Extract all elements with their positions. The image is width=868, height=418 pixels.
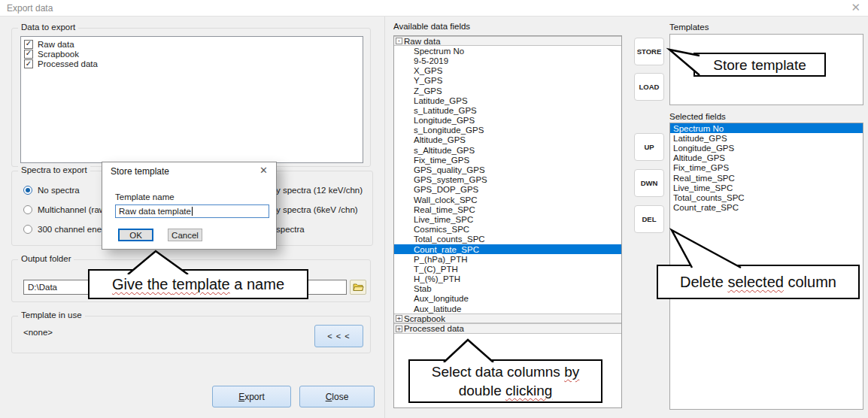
radio-icon[interactable]	[23, 205, 32, 214]
window-close-icon[interactable]: ✕	[851, 1, 860, 14]
store-button[interactable]: STORE	[634, 38, 664, 65]
checkbox-label: Raw data	[38, 40, 74, 49]
browse-folder-button[interactable]	[350, 280, 366, 295]
selected-field-item[interactable]: Count_rate_SPC	[670, 203, 863, 213]
load-button[interactable]: LOAD	[634, 73, 664, 101]
callout-text: Store template	[713, 56, 806, 74]
checkbox-icon[interactable]: ✓	[24, 40, 33, 49]
field-list-item[interactable]: Altitude_GPS	[394, 135, 621, 145]
recall-template-button[interactable]: < < <	[314, 325, 363, 347]
clipped-radio-labels: y spectra (12 keV/chn) y spectra (6keV /…	[276, 180, 363, 239]
selected-field-item[interactable]: Altitude_GPS	[670, 153, 863, 163]
field-list-item[interactable]: Spectrum No	[394, 46, 621, 56]
field-list-item[interactable]: GPS_system_GPS	[394, 175, 621, 185]
spectra-to-export-label: Spectra to export	[18, 165, 90, 174]
selected-field-item[interactable]: Real_time_SPC	[670, 173, 863, 183]
delete-column-callout: Delete selected column	[657, 265, 860, 299]
field-list-item[interactable]: - Raw data	[394, 36, 621, 46]
checkbox-icon[interactable]: ✓	[24, 50, 33, 59]
selected-field-item[interactable]: Live_time_SPC	[670, 183, 863, 192]
field-list-item[interactable]: Cosmics_SPC	[394, 225, 621, 235]
selected-field-label: Latitude_GPS	[673, 134, 727, 143]
template-name-label: Template name	[115, 192, 175, 201]
field-list-item[interactable]: P_(hPa)_PTH	[394, 254, 621, 264]
dialog-close-icon[interactable]: ✕	[259, 165, 268, 176]
field-list-item[interactable]: GPS_quality_GPS	[394, 165, 621, 174]
open-folder-icon	[353, 283, 364, 292]
field-list-item[interactable]: Count_rate_SPC	[394, 244, 621, 254]
selected-field-label: Live_time_SPC	[673, 183, 733, 192]
ok-button[interactable]: OK	[118, 229, 153, 241]
field-list-item[interactable]: Wall_clock_SPC	[394, 195, 621, 204]
titlebar: Export data ✕	[0, 0, 868, 17]
selected-field-item[interactable]: Total_counts_SPC	[670, 192, 863, 202]
field-label: GPS_quality_GPS	[414, 165, 485, 174]
field-label: Live_time_SPC	[414, 215, 473, 224]
field-list-item[interactable]: T_(C)_PTH	[394, 264, 621, 274]
field-list-item[interactable]: 9-5-2019	[394, 56, 621, 65]
selected-field-item[interactable]: Spectrum No	[670, 123, 863, 133]
field-list-item[interactable]: + Processed data	[394, 323, 621, 333]
checkbox-icon[interactable]: ✓	[24, 59, 33, 68]
templates-label: Templates	[669, 23, 709, 32]
export-data-window: Export data ✕ Data to export ✓ Raw data …	[0, 0, 868, 418]
field-label: Total_counts_SPC	[414, 235, 485, 244]
field-list-item[interactable]: + Scrapbook	[394, 314, 621, 323]
output-folder-path: D:\Data	[28, 283, 57, 292]
field-list-item[interactable]: Y_GPS	[394, 76, 621, 86]
field-list-item[interactable]: X_GPS	[394, 66, 621, 76]
field-list-item[interactable]: Aux_latitude	[394, 304, 621, 314]
field-label: Aux_latitude	[414, 304, 461, 314]
expand-collapse-icon[interactable]: +	[396, 326, 402, 332]
expand-collapse-icon[interactable]: +	[396, 315, 402, 322]
field-list-item[interactable]: s_Longitude_GPS	[394, 126, 621, 135]
callout-text-line2: double clicking	[459, 381, 553, 400]
field-list-item[interactable]: Total_counts_SPC	[394, 235, 621, 244]
delete-button[interactable]: DEL	[634, 205, 664, 233]
selected-field-item[interactable]: Fix_time_GPS	[670, 163, 863, 173]
down-button[interactable]: DWN	[634, 169, 664, 197]
selected-field-label: Real_time_SPC	[673, 174, 735, 183]
field-label: Scrapbook	[404, 314, 445, 323]
field-list-item[interactable]: Latitude_GPS	[394, 95, 621, 105]
field-list-item[interactable]: Longitude_GPS	[394, 116, 621, 126]
radio-icon[interactable]	[23, 186, 32, 195]
cancel-button[interactable]: Cancel	[168, 229, 202, 241]
field-list-item[interactable]: Z_GPS	[394, 86, 621, 95]
field-list-item[interactable]: Live_time_SPC	[394, 214, 621, 224]
callout-text-line1: Select data columns by	[432, 362, 579, 381]
close-button[interactable]: Close	[299, 386, 375, 407]
expand-collapse-icon[interactable]: -	[396, 38, 402, 44]
export-button[interactable]: Export	[212, 386, 291, 407]
selected-field-label: Count_rate_SPC	[673, 203, 739, 212]
field-list-item[interactable]: Fix_time_GPS	[394, 155, 621, 165]
selected-field-item[interactable]: Longitude_GPS	[670, 143, 863, 153]
field-list-item[interactable]: H_(%)_PTH	[394, 274, 621, 284]
field-list-item[interactable]: s_Latitude_GPS	[394, 105, 621, 115]
template-name-input[interactable]: Raw data template	[115, 204, 269, 218]
field-label: Fix_time_GPS	[414, 156, 469, 165]
up-button[interactable]: UP	[634, 133, 664, 161]
check-mark-icon: ✓	[26, 50, 32, 57]
template-in-use-value: <none>	[23, 328, 53, 337]
callout-text: Give the template a name	[112, 275, 284, 294]
selected-field-item[interactable]: Latitude_GPS	[670, 133, 863, 143]
checkbox-row[interactable]: ✓ Raw data	[24, 39, 360, 49]
field-label: P_(hPa)_PTH	[414, 255, 468, 264]
checkbox-row[interactable]: ✓ Scrapbook	[24, 49, 360, 59]
field-list-item[interactable]: s_Altitude_GPS	[394, 145, 621, 155]
checkbox-label: Scrapbook	[38, 50, 79, 59]
radio-icon[interactable]	[23, 225, 32, 234]
export-button-mnemonic: E	[238, 392, 244, 402]
check-mark-icon: ✓	[26, 40, 32, 47]
field-label: T_(C)_PTH	[414, 265, 458, 274]
field-list-item[interactable]: Aux_longitude	[394, 294, 621, 304]
window-title: Export data	[7, 3, 53, 14]
field-label: Latitude_GPS	[414, 96, 468, 105]
field-label: Wall_clock_SPC	[414, 195, 478, 204]
field-list-item[interactable]: GPS_DOP_GPS	[394, 185, 621, 195]
available-fields-label: Available data fields	[393, 22, 470, 31]
checkbox-row[interactable]: ✓ Processed data	[24, 59, 360, 69]
field-list-item[interactable]: Real_time_SPC	[394, 204, 621, 214]
field-list-item[interactable]: Stab	[394, 284, 621, 294]
